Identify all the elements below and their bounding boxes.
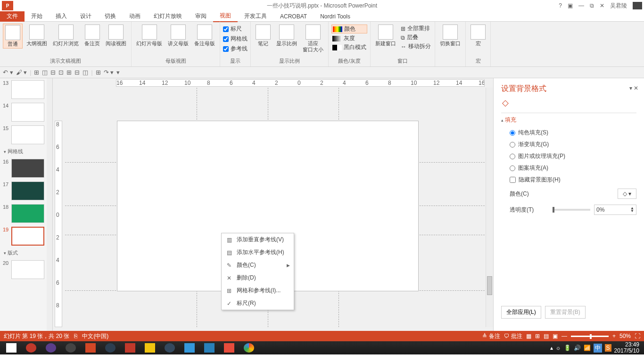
qat-btn-5[interactable]: ⊞ [66, 69, 72, 76]
taskbar-app-1[interactable] [22, 341, 41, 354]
notes-toggle[interactable]: ≜ 备注 [482, 332, 500, 340]
color-mode-button[interactable]: 颜色 [331, 25, 367, 33]
ctx-delete[interactable]: ✕删除(D) [222, 272, 294, 284]
slide-thumb-18[interactable]: 18 [0, 202, 52, 225]
redo-button[interactable]: ↷ ▾ [104, 69, 114, 76]
qat-btn-6[interactable]: ⊟ [74, 69, 80, 76]
taskbar-app-10[interactable] [220, 341, 239, 354]
section-layout[interactable]: 版式 [0, 247, 52, 258]
macros-button[interactable]: 宏 [469, 24, 487, 48]
taskbar-powerpoint[interactable] [81, 341, 100, 354]
fit-to-window-icon[interactable]: ⛶ [635, 333, 640, 339]
picture-fill-radio[interactable]: 图片或纹理填充(P) [501, 150, 636, 162]
taskbar-chrome[interactable] [239, 341, 258, 354]
slideshow-view-icon[interactable]: ▣ [553, 333, 558, 339]
tab-nordri[interactable]: Nordri Tools [314, 12, 357, 21]
taskbar-app-4[interactable] [101, 341, 120, 354]
taskbar-app-5[interactable] [121, 341, 140, 354]
ruler-checkbox[interactable]: 标尺 [223, 25, 248, 33]
ctx-add-horizontal-guide[interactable]: ▤添加水平参考线(H) [222, 246, 294, 259]
bw-mode-button[interactable]: 黑白模式 [331, 43, 367, 51]
switch-windows-button[interactable]: 切换窗口 [438, 24, 462, 48]
canvas-scrollbar[interactable] [486, 88, 493, 327]
tray-icon-1[interactable]: ☼ [556, 345, 561, 351]
zoom-out-button[interactable]: — [561, 333, 567, 339]
notes-master-button[interactable]: 备注母版 [192, 24, 217, 48]
fill-section-header[interactable]: 填充 [501, 116, 636, 124]
cascade-button[interactable]: ⧉层叠 [400, 33, 432, 41]
taskbar-app-7[interactable] [160, 341, 179, 354]
ctx-grid-and-guides[interactable]: ⊞网格和参考线(I)... [222, 284, 294, 297]
tab-insert[interactable]: 插入 [49, 11, 74, 22]
gridlines-checkbox[interactable]: 网格线 [223, 34, 248, 43]
tab-animations[interactable]: 动画 [123, 11, 147, 22]
tray-ime-icon[interactable]: 中 [594, 344, 602, 353]
tray-icon-2[interactable]: S [605, 344, 611, 352]
format-painter-button[interactable]: 🖌 ▾ [16, 69, 27, 76]
view-outline-button[interactable]: 大纲视图 [25, 24, 49, 48]
slide-thumb-17[interactable]: 17 [0, 180, 52, 202]
taskbar-app-6[interactable] [140, 341, 159, 354]
tab-developer[interactable]: 开发工具 [238, 11, 273, 22]
view-notes-page-button[interactable]: 备注页 [83, 24, 102, 48]
ctx-add-vertical-guide[interactable]: ▥添加垂直参考线(V) [222, 233, 294, 246]
close-icon[interactable]: ✕ [600, 2, 604, 9]
undo-button[interactable]: ↶ ▾ [3, 69, 13, 76]
zoom-level[interactable]: 50% [619, 333, 631, 339]
zoom-slider[interactable] [571, 336, 609, 337]
qat-btn-8[interactable]: ⊞ [96, 69, 101, 76]
gradient-fill-radio[interactable]: 渐变填充(G) [501, 139, 636, 150]
reading-view-icon[interactable]: ▤ [544, 333, 549, 339]
solid-fill-radio[interactable]: 纯色填充(S) [501, 127, 636, 139]
slide-thumb-13[interactable]: 13 [0, 78, 52, 101]
taskbar-app-2[interactable] [41, 341, 60, 354]
view-reading-button[interactable]: 阅读视图 [104, 24, 128, 48]
new-window-button[interactable]: 新建窗口 [373, 24, 398, 48]
handout-master-button[interactable]: 讲义母版 [166, 24, 190, 48]
tab-slideshow[interactable]: 幻灯片放映 [147, 11, 189, 22]
spellcheck-icon[interactable]: ⎘ [74, 333, 77, 339]
tray-battery-icon[interactable]: 🔋 [564, 345, 571, 351]
zoom-button[interactable]: 显示比例 [274, 24, 299, 48]
qat-btn-1[interactable]: ⊞ [34, 69, 39, 76]
guides-checkbox[interactable]: 参考线 [223, 44, 248, 53]
taskbar-app-3[interactable] [61, 341, 80, 354]
slide-thumb-15[interactable]: 15 [0, 123, 52, 146]
qat-btn-3[interactable]: ⊟ [50, 69, 56, 76]
thumbnail-scrollbar[interactable] [47, 78, 52, 331]
slide-thumb-20[interactable]: 20 [0, 258, 52, 281]
view-sorter-button[interactable]: 幻灯片浏览 [51, 24, 81, 48]
taskbar-app-8[interactable] [180, 341, 199, 354]
fit-window-button[interactable]: 适应 窗口大小 [301, 24, 325, 54]
minimize-icon[interactable]: — [578, 2, 584, 9]
taskbar-clock[interactable]: 23:49 2017/5/10 [614, 342, 639, 354]
slide-thumb-16[interactable]: 16 [0, 157, 52, 180]
pane-dropdown-icon[interactable]: ▾ ✕ [629, 85, 638, 91]
tray-volume-icon[interactable]: 🔊 [574, 345, 581, 351]
language-indicator[interactable]: 中文(中国) [82, 332, 108, 340]
tab-acrobat[interactable]: ACROBAT [273, 12, 314, 21]
move-split-button[interactable]: ↔移动拆分 [400, 42, 432, 50]
slide-thumb-14[interactable]: 14 [0, 101, 52, 123]
file-tab[interactable]: 文件 [0, 11, 25, 22]
start-button[interactable] [2, 341, 21, 354]
zoom-in-button[interactable]: + [612, 333, 616, 339]
avatar[interactable] [633, 2, 642, 9]
hide-bg-graphics-checkbox[interactable]: 隐藏背景图形(H) [501, 174, 636, 186]
fill-tool-icon[interactable]: ◇ [502, 98, 513, 109]
tray-network-icon[interactable]: 📶 [584, 345, 591, 351]
transparency-spinner[interactable]: 0%▲▼ [594, 205, 636, 215]
restore-icon[interactable]: ⧉ [590, 2, 594, 9]
pattern-fill-radio[interactable]: 图案填充(A) [501, 162, 636, 174]
apply-all-button[interactable]: 全部应用(L) [501, 306, 541, 319]
tab-transitions[interactable]: 切换 [98, 11, 123, 22]
color-picker-button[interactable]: ◇ ▾ [618, 189, 636, 199]
taskbar-app-9[interactable] [200, 341, 219, 354]
comments-toggle[interactable]: 🗩 批注 [504, 332, 522, 340]
ctx-color[interactable]: ✎颜色(C)▶ [222, 259, 294, 272]
help-icon[interactable]: ? [559, 2, 562, 9]
tray-expand-icon[interactable]: ▴ [550, 345, 553, 351]
tab-design[interactable]: 设计 [74, 11, 98, 22]
section-gridlines[interactable]: 网格线 [0, 146, 52, 157]
notes-button[interactable]: 笔记 [254, 24, 272, 48]
